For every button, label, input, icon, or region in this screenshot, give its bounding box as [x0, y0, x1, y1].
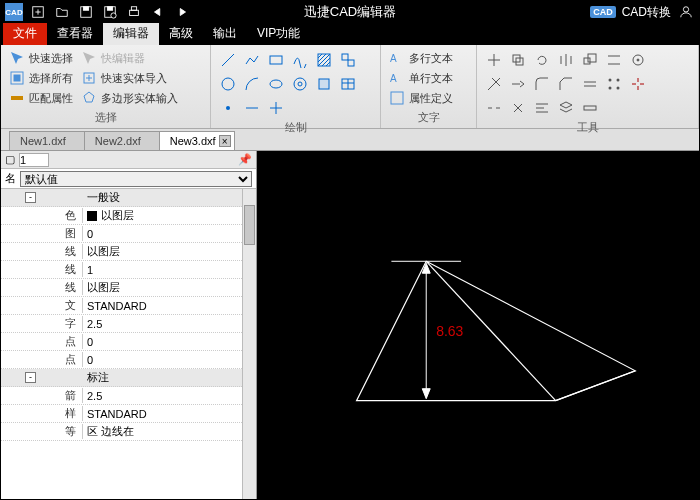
menu-vip[interactable]: VIP功能 [247, 22, 310, 45]
prop-row[interactable]: 样STANDARD [1, 405, 256, 423]
ribbon-label-draw: 绘制 [217, 119, 374, 136]
attr-def-button[interactable]: 属性定义 [387, 89, 455, 107]
tool-align-icon[interactable] [531, 97, 553, 119]
tool-copy-icon[interactable] [507, 49, 529, 71]
quick-select-button[interactable]: 快速选择 [7, 49, 75, 67]
file-tab-1[interactable]: New1.dxf [9, 131, 85, 150]
close-icon[interactable]: × [219, 135, 231, 147]
draw-block-icon[interactable] [337, 49, 359, 71]
print-icon[interactable] [125, 3, 143, 21]
menu-output[interactable]: 输出 [203, 22, 247, 45]
file-tab-3[interactable]: New3.dxf× [159, 131, 235, 150]
draw-xline-icon[interactable] [265, 97, 287, 119]
draw-donut-icon[interactable] [289, 73, 311, 95]
tool-settings-icon[interactable] [627, 49, 649, 71]
poly-insert-button[interactable]: 多边形实体输入 [79, 89, 180, 107]
svg-rect-4 [107, 7, 112, 11]
prop-row[interactable]: 色以图层 [1, 207, 256, 225]
scrollbar-thumb[interactable] [244, 205, 255, 245]
open-icon[interactable] [53, 3, 71, 21]
cad-convert-link[interactable]: CAD转换 [622, 4, 671, 21]
draw-point-icon[interactable] [217, 97, 239, 119]
ribbon: 快速选择 选择所有 匹配属性 快编辑器 快速实体导入 多边形实体输入 选择 [1, 45, 699, 129]
user-icon[interactable] [677, 3, 695, 21]
tool-array-icon[interactable] [603, 73, 625, 95]
tool-fillet-icon[interactable] [531, 73, 553, 95]
prop-row[interactable]: 箭2.5 [1, 387, 256, 405]
svg-point-8 [683, 7, 688, 12]
ribbon-label-tools: 工具 [483, 119, 692, 136]
panel-tab-input[interactable] [19, 153, 49, 167]
ribbon-group-text: A多行文本 A单行文本 属性定义 文字 [381, 45, 477, 128]
prop-row[interactable]: 文STANDARD [1, 297, 256, 315]
draw-region-icon[interactable] [313, 73, 335, 95]
tool-move-icon[interactable] [483, 49, 505, 71]
draw-arc-icon[interactable] [241, 73, 263, 95]
prop-row[interactable]: 线以图层 [1, 243, 256, 261]
draw-spline-icon[interactable] [289, 49, 311, 71]
mtext-button[interactable]: A多行文本 [387, 49, 455, 67]
properties-panel: ▢ 📌 名 默认值 -一般设 色以图层 图0 线以图层 线1 线以图层 文STA… [1, 151, 257, 499]
tool-join-icon[interactable] [507, 97, 529, 119]
prop-row[interactable]: 点0 [1, 351, 256, 369]
object-select[interactable]: 默认值 [20, 171, 252, 187]
draw-ray-icon[interactable] [241, 97, 263, 119]
entity-insert-button[interactable]: 快速实体导入 [79, 69, 180, 87]
pushpin-icon[interactable]: 📌 [238, 153, 252, 166]
drawing-canvas[interactable]: 8.63 [257, 151, 699, 499]
tool-scale-icon[interactable] [579, 49, 601, 71]
tool-trim-icon[interactable] [483, 73, 505, 95]
scrollbar[interactable] [242, 189, 256, 499]
match-prop-button[interactable]: 匹配属性 [7, 89, 75, 107]
undo-icon[interactable] [149, 3, 167, 21]
new-icon[interactable] [29, 3, 47, 21]
dtext-button[interactable]: A单行文本 [387, 69, 455, 87]
prop-row[interactable]: 线1 [1, 261, 256, 279]
tool-layer-icon[interactable] [555, 97, 577, 119]
draw-table-icon[interactable] [337, 73, 359, 95]
workspace: ▢ 📌 名 默认值 -一般设 色以图层 图0 线以图层 线1 线以图层 文STA… [1, 151, 699, 499]
tool-offset-icon[interactable] [579, 73, 601, 95]
tool-measure-icon[interactable] [579, 97, 601, 119]
save-icon[interactable] [77, 3, 95, 21]
draw-ellipse-icon[interactable] [265, 73, 287, 95]
tool-chamfer-icon[interactable] [555, 73, 577, 95]
menu-editor[interactable]: 编辑器 [103, 22, 159, 45]
group-general[interactable]: -一般设 [1, 189, 256, 207]
tool-mirror-icon[interactable] [555, 49, 577, 71]
menu-viewer[interactable]: 查看器 [47, 22, 103, 45]
prop-row[interactable]: 等区 边线在 [1, 423, 256, 441]
collapse-icon[interactable]: - [25, 192, 36, 203]
select-all-button[interactable]: 选择所有 [7, 69, 75, 87]
file-tab-2[interactable]: New2.dxf [84, 131, 160, 150]
menu-advanced[interactable]: 高级 [159, 22, 203, 45]
prop-row[interactable]: 字2.5 [1, 315, 256, 333]
cad-badge-icon: CAD [590, 6, 616, 18]
saveas-icon[interactable] [101, 3, 119, 21]
draw-rect-icon[interactable] [265, 49, 287, 71]
tool-explode-icon[interactable] [627, 73, 649, 95]
ribbon-group-select: 快速选择 选择所有 匹配属性 快编辑器 快速实体导入 多边形实体输入 选择 [1, 45, 211, 128]
svg-point-5 [111, 13, 116, 18]
svg-rect-10 [14, 75, 20, 81]
tool-stretch-icon[interactable] [603, 49, 625, 71]
draw-hatch-icon[interactable] [313, 49, 335, 71]
prop-row[interactable]: 图0 [1, 225, 256, 243]
tool-extend-icon[interactable] [507, 73, 529, 95]
svg-rect-16 [348, 60, 354, 66]
prop-row[interactable]: 点0 [1, 333, 256, 351]
draw-line-icon[interactable] [217, 49, 239, 71]
group-dim[interactable]: -标注 [1, 369, 256, 387]
panel-header: ▢ 📌 [1, 151, 256, 169]
svg-rect-26 [391, 92, 403, 104]
redo-icon[interactable] [173, 3, 191, 21]
prop-row[interactable]: 线以图层 [1, 279, 256, 297]
collapse-icon[interactable]: - [25, 372, 36, 383]
panel-tab-icon[interactable]: ▢ [5, 153, 15, 166]
draw-circle-icon[interactable] [217, 73, 239, 95]
draw-polyline-icon[interactable] [241, 49, 263, 71]
tool-rotate-icon[interactable] [531, 49, 553, 71]
menu-file[interactable]: 文件 [3, 22, 47, 45]
tool-break-icon[interactable] [483, 97, 505, 119]
ribbon-label-select: 选择 [7, 109, 204, 126]
